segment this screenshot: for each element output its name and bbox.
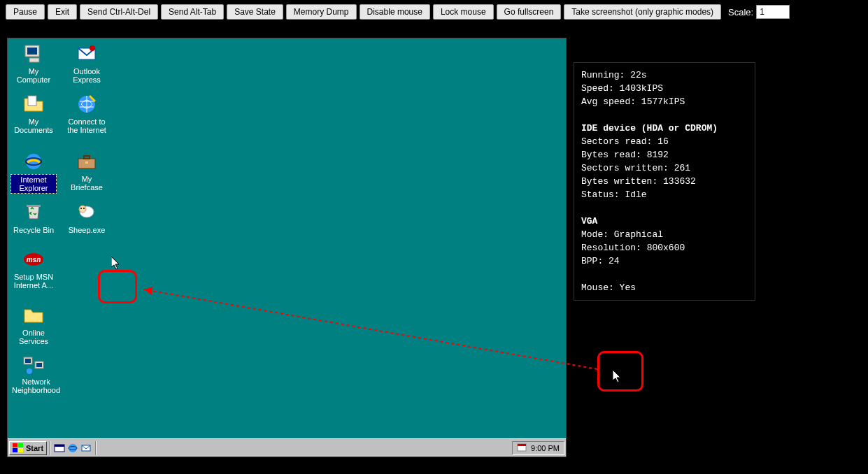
resolution-label: Resolution: [581,243,647,253]
msn-icon: msn [22,248,45,271]
taskbar-separator [95,441,97,455]
folder-icon [22,304,45,326]
icon-label: My Computer [10,66,57,85]
svg-point-4 [90,45,95,51]
mode-label: Mode: [581,229,614,240]
guest-cursor-icon [111,257,121,271]
avg-speed-label: Avg speed: [581,96,641,107]
host-cursor-icon [613,370,622,384]
connect-internet-icon [76,93,98,115]
running-label: Running: [581,70,630,80]
desktop-icon-my-briefcase[interactable]: My Briefcase [64,150,110,193]
svg-rect-12 [27,205,41,207]
desktop-icon-online-services[interactable]: Online Services [10,304,57,347]
desktop-area[interactable]: My Computer Outlook Express My Documents… [8,38,566,438]
send-alt-tab-button[interactable]: Send Alt-Tab [161,4,224,20]
desktop-icon-connect-internet[interactable]: Connect to the Internet [64,93,110,136]
my-documents-icon [22,93,45,115]
bytes-read-value: 8192 [647,150,669,160]
svg-rect-10 [84,156,90,159]
taskbar-separator [49,441,50,455]
memory-dump-button[interactable]: Memory Dump [286,4,357,20]
bytes-written-value: 133632 [663,176,696,187]
internet-explorer-icon [22,150,45,173]
save-state-button[interactable]: Save State [227,4,283,20]
my-computer-icon [22,43,45,65]
svg-rect-24 [13,443,17,447]
windows-logo-icon [13,443,24,453]
send-ctrl-alt-del-button[interactable]: Send Ctrl-Alt-Del [80,4,158,20]
svg-rect-26 [13,448,17,452]
tray-scheduler-icon[interactable] [517,443,527,454]
svg-rect-20 [25,359,31,363]
scale-label: Scale: [728,7,753,17]
svg-rect-22 [36,363,42,367]
disable-mouse-button[interactable]: Disable mouse [360,4,430,20]
quick-launch-ie-icon[interactable] [67,443,78,454]
desktop-icon-my-computer[interactable]: My Computer [10,43,57,85]
bpp-label: BPP: [581,256,609,266]
ide-header: IDE device (HDA or CDROM) [581,123,718,134]
status-label: Status: [581,189,625,200]
go-fullscreen-button[interactable]: Go fullscreen [497,4,562,20]
quick-launch [52,443,93,454]
desktop-icon-outlook-express[interactable]: Outlook Express [64,43,110,85]
icon-label: Network Neighborhood [10,377,62,395]
sheep-icon [76,199,98,222]
icon-label: My Documents [10,117,57,135]
svg-text:msn: msn [27,256,41,264]
sectors-written-label: Sectors written: [581,163,674,173]
outlook-express-icon [76,43,98,65]
exit-button[interactable]: Exit [48,4,77,20]
desktop-icon-network-neighborhood[interactable]: Network Neighborhood [10,353,57,396]
mode-value: Graphical [614,229,663,240]
pause-button[interactable]: Pause [6,4,45,20]
taskbar: Start 9:00 PM [8,438,566,457]
scale-input[interactable] [756,5,790,19]
svg-rect-2 [29,58,39,62]
start-label: Start [26,444,43,452]
bytes-read-label: Bytes read: [581,150,647,160]
desktop-icon-recycle-bin[interactable]: Recycle Bin [10,199,57,236]
desktop-icon-internet-explorer[interactable]: Internet Explorer [10,150,57,194]
emulator-toolbar: Pause Exit Send Ctrl-Alt-Del Send Alt-Ta… [0,0,868,24]
mouse-value: Yes [620,282,636,293]
icon-label: Outlook Express [64,66,110,85]
icon-label: Online Services [10,328,57,346]
icon-label: Connect to the Internet [64,117,110,135]
avg-speed-value: 1577kIPS [641,96,685,107]
speed-label: Speed: [581,83,620,94]
desktop-icon-sheep[interactable]: Sheep.exe [64,199,110,236]
icon-label: Recycle Bin [12,225,55,235]
icon-label: Sheep.exe [67,225,107,235]
bpp-value: 24 [609,256,620,266]
quick-launch-desktop-icon[interactable] [54,443,65,454]
svg-rect-34 [518,444,526,446]
sectors-read-label: Sectors read: [581,136,657,147]
speed-value: 1403kIPS [620,83,663,94]
svg-point-16 [83,208,85,209]
lock-mouse-button[interactable]: Lock mouse [433,4,494,20]
sectors-read-value: 16 [657,136,669,147]
network-neighborhood-icon [22,353,45,375]
desktop-icon-setup-msn[interactable]: msn Setup MSN Internet A... [10,248,57,291]
svg-rect-1 [27,48,37,55]
vga-header: VGA [581,216,597,227]
quick-launch-outlook-icon[interactable] [80,443,92,454]
svg-point-30 [69,444,77,452]
icon-label: My Briefcase [64,174,110,192]
desktop-icon-my-documents[interactable]: My Documents [10,93,57,136]
annotation-highlight-source [98,270,137,303]
icon-label: Internet Explorer [10,174,57,194]
vm-screen[interactable]: My Computer Outlook Express My Documents… [7,38,567,457]
svg-rect-25 [18,443,23,447]
briefcase-icon [76,150,98,173]
start-button[interactable]: Start [9,441,47,455]
svg-point-23 [27,368,32,374]
tray-clock[interactable]: 9:00 PM [531,444,560,452]
take-screenshot-button[interactable]: Take screenshot (only graphic modes) [564,4,721,20]
bytes-written-label: Bytes written: [581,176,663,187]
mouse-label: Mouse: [581,282,620,293]
svg-rect-11 [85,161,88,164]
system-tray: 9:00 PM [512,441,564,455]
